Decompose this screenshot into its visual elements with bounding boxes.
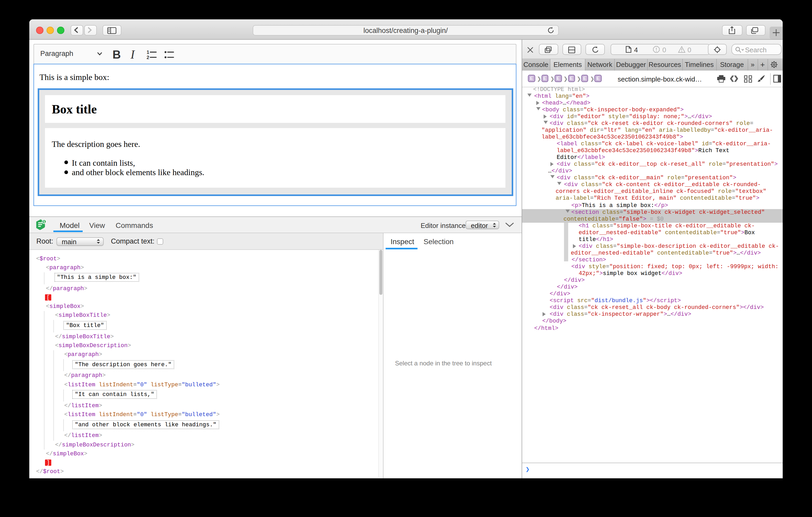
svg-text:2: 2 — [146, 55, 149, 59]
svg-text:5: 5 — [43, 220, 45, 223]
svg-text:1: 1 — [146, 50, 149, 55]
